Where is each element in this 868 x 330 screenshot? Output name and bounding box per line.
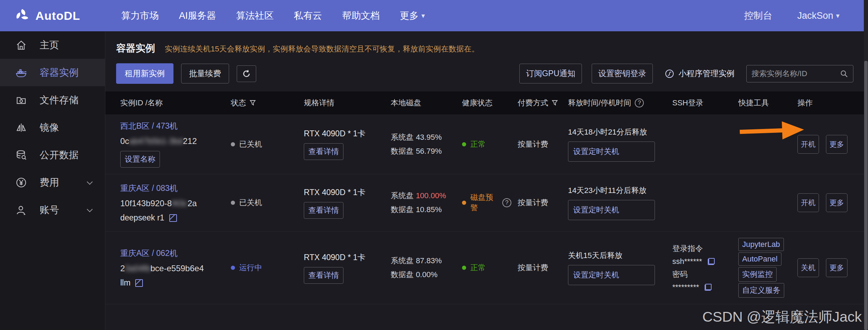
gpu-spec: RTX 4090D * 1卡 xyxy=(304,252,384,263)
batch-renew-button[interactable]: 批量续费 xyxy=(181,64,229,83)
scrollbar-track[interactable] xyxy=(864,0,868,330)
home-icon xyxy=(15,39,27,51)
sidebar-item-home[interactable]: 主页 xyxy=(0,31,105,59)
edit-name-icon[interactable] xyxy=(169,214,177,222)
view-details-button[interactable]: 查看详情 xyxy=(304,267,343,284)
status-cell: 已关机 xyxy=(231,198,304,208)
sidebar-item-billing[interactable]: 费用 xyxy=(0,169,105,196)
instance-cell: 重庆A区 / 083机 10f143b920-8f43c2a deepseek … xyxy=(120,183,231,223)
col-local-disk: 本地磁盘 xyxy=(391,98,462,108)
ssh-command-masked: ssh****** xyxy=(672,255,702,268)
sidebar-item-label: 公开数据 xyxy=(40,148,79,162)
yen-circle-icon xyxy=(15,177,27,188)
scheduled-shutdown-button[interactable]: 设置定时关机 xyxy=(568,265,655,285)
search-input[interactable] xyxy=(752,69,840,78)
user-icon xyxy=(15,204,27,216)
masked-id-segment: f43c xyxy=(172,199,187,208)
status-dot xyxy=(231,142,235,146)
toolbar: 租用新实例 批量续费 订阅GPU通知 设置密钥登录 小程序管理实例 xyxy=(116,63,853,84)
instance-monitor-button[interactable]: 实例监控 xyxy=(738,267,777,282)
actions-cell: 开机 更多 xyxy=(797,193,864,212)
sidebar-item-label: 费用 xyxy=(40,176,59,189)
health-dot xyxy=(462,266,466,270)
nav-item-help-docs[interactable]: 帮助文档 xyxy=(342,9,380,22)
sidebar-item-account[interactable]: 账号 xyxy=(0,196,105,224)
table-header: 实例ID /名称 状态 规格详情 本地磁盘 健康状态 付费方式 释放时间/停机时… xyxy=(105,91,864,114)
annotation-arrow xyxy=(739,119,804,143)
user-name: JackSon xyxy=(797,10,833,21)
search-icon[interactable] xyxy=(840,70,848,78)
disk-cell: 系统盘 43.95% 数据盘 56.79% xyxy=(391,130,462,158)
filter-icon[interactable] xyxy=(250,100,256,106)
subscribe-gpu-button[interactable]: 订阅GPU通知 xyxy=(519,64,582,83)
nav-more-label: 更多 xyxy=(400,9,419,22)
view-details-button[interactable]: 查看详情 xyxy=(304,143,343,160)
refresh-button[interactable] xyxy=(237,65,256,82)
rent-new-instance-button[interactable]: 租用新实例 xyxy=(116,63,173,84)
nav-item-algo-community[interactable]: 算法社区 xyxy=(236,9,274,22)
sidebar-item-images[interactable]: 镜像 xyxy=(0,114,105,141)
spec-cell: RTX 4090D * 1卡 查看详情 xyxy=(304,252,391,284)
more-button[interactable]: 更多 xyxy=(826,193,847,212)
custom-service-button[interactable]: 自定义服务 xyxy=(738,283,784,298)
sidebar-item-label: 账号 xyxy=(40,203,59,217)
autopanel-button[interactable]: AutoPanel xyxy=(738,252,781,266)
instance-zone-link[interactable]: 重庆A区 / 083机 xyxy=(120,183,178,194)
top-navbar: AutoDL 算力市场 AI服务器 算法社区 私有云 帮助文档 更多 ▾ 控制台… xyxy=(0,0,864,31)
sys-disk-value: 87.83% xyxy=(416,256,442,265)
sidebar-item-public-data[interactable]: 公开数据 xyxy=(0,141,105,169)
chevron-down-icon: ▾ xyxy=(836,11,839,20)
scheduled-shutdown-button[interactable]: 设置定时关机 xyxy=(568,142,655,162)
sys-disk-value: 43.95% xyxy=(416,133,442,142)
status-cell: 已关机 xyxy=(231,139,304,150)
set-key-login-button[interactable]: 设置密钥登录 xyxy=(592,64,653,83)
view-details-button[interactable]: 查看详情 xyxy=(304,202,343,219)
set-name-button[interactable]: 设置名称 xyxy=(120,151,160,168)
nav-item-compute-market[interactable]: 算力市场 xyxy=(121,9,159,22)
status-dot xyxy=(231,201,235,205)
instance-id: 23a04fbbce-e559b6e4 xyxy=(120,264,225,273)
payment-cell: 按量计费 xyxy=(518,198,568,208)
instance-zone-link[interactable]: 西北B区 / 473机 xyxy=(120,121,178,131)
actions-cell: 开机 更多 xyxy=(797,135,864,154)
col-quick-tools: 快捷工具 xyxy=(738,98,797,108)
release-cell: 关机15天后释放 设置定时关机 xyxy=(568,250,672,285)
help-icon[interactable]: ? xyxy=(635,98,644,107)
user-menu[interactable]: JackSon ▾ xyxy=(797,10,839,21)
status-text: 已关机 xyxy=(239,198,262,208)
brand[interactable]: AutoDL xyxy=(15,8,80,23)
scheduled-shutdown-button[interactable]: 设置定时关机 xyxy=(568,200,655,220)
refresh-icon xyxy=(242,69,251,78)
folder-gear-icon xyxy=(15,94,27,106)
status-cell: 运行中 xyxy=(231,263,304,273)
autodl-logo-icon xyxy=(15,8,30,23)
payment-cell: 按量计费 xyxy=(518,139,568,150)
instance-zone-link[interactable]: 重庆A区 / 062机 xyxy=(120,248,178,259)
help-icon[interactable]: ? xyxy=(502,198,511,207)
copy-icon[interactable] xyxy=(705,284,712,291)
copy-icon[interactable] xyxy=(708,258,715,265)
filter-icon[interactable] xyxy=(552,100,558,106)
sidebar-item-container-instances[interactable]: 容器实例 xyxy=(0,59,105,86)
ssh-cell: 登录指令 ssh****** 密码 ********* xyxy=(672,242,738,293)
health-dot xyxy=(462,142,466,146)
edit-name-icon[interactable] xyxy=(135,279,143,287)
health-cell: 磁盘预警 ? xyxy=(462,192,518,213)
nav-item-more[interactable]: 更多 ▾ xyxy=(400,9,425,22)
spec-cell: RTX 4090D * 1卡 查看详情 xyxy=(304,187,391,219)
gpu-spec: RTX 4090D * 1卡 xyxy=(304,128,384,139)
console-link[interactable]: 控制台 xyxy=(744,9,772,22)
miniprogram-manage-link[interactable]: 小程序管理实例 xyxy=(665,68,735,79)
more-button[interactable]: 更多 xyxy=(826,135,847,154)
nav-item-ai-server[interactable]: AI服务器 xyxy=(179,9,216,22)
sidebar-item-file-storage[interactable]: 文件存储 xyxy=(0,86,105,114)
nav-item-private-cloud[interactable]: 私有云 xyxy=(294,9,322,22)
page-title: 容器实例 xyxy=(116,42,155,55)
jupyterlab-button[interactable]: JupyterLab xyxy=(738,238,784,251)
more-button[interactable]: 更多 xyxy=(826,258,847,277)
instance-cell: 重庆A区 / 062机 23a04fbbce-e559b6e4 llm xyxy=(120,248,231,288)
power-on-button[interactable]: 开机 xyxy=(797,193,819,212)
data-disk-value: 10.85% xyxy=(416,205,442,214)
scrollbar-thumb[interactable] xyxy=(864,61,868,330)
power-off-button[interactable]: 关机 xyxy=(797,258,819,277)
